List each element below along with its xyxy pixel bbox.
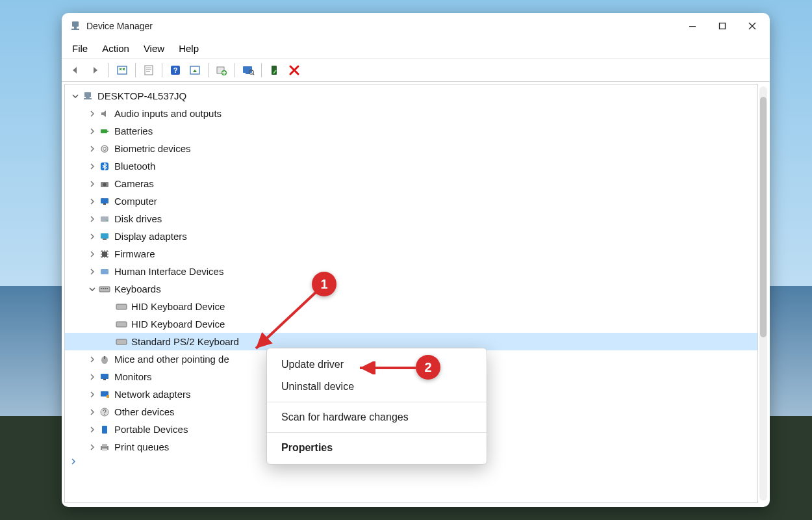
svg-rect-2 [71, 29, 79, 30]
window-title: Device Manager [86, 21, 153, 31]
toolbar-separator [261, 63, 262, 77]
titlebar[interactable]: Device Manager [62, 13, 770, 39]
close-button[interactable] [737, 13, 767, 39]
tree-category-biometric[interactable]: Biometric devices [65, 140, 757, 157]
scrollbar-thumb[interactable] [760, 97, 767, 337]
svg-rect-22 [101, 129, 107, 133]
toolbar-scan-hardware-button[interactable] [239, 62, 257, 79]
menubar: File Action View Help [62, 39, 770, 58]
svg-rect-39 [103, 288, 104, 289]
chevron-right-icon[interactable] [87, 407, 97, 417]
tree-category-firmware[interactable]: Firmware [65, 245, 757, 263]
chevron-right-icon[interactable] [87, 214, 97, 224]
chevron-right-icon[interactable] [87, 354, 97, 365]
context-menu-separator [267, 402, 487, 402]
toolbar-back-button[interactable] [67, 62, 85, 79]
tree-category-display-adapters[interactable]: Display adapters [65, 228, 757, 245]
chevron-right-icon[interactable] [87, 372, 97, 382]
forward-arrow-icon [90, 66, 101, 75]
svg-point-25 [103, 147, 107, 150]
hid-icon [99, 266, 110, 278]
chevron-right-icon[interactable] [87, 179, 97, 189]
svg-rect-41 [107, 288, 108, 289]
tree-category-label: Disk drives [114, 213, 162, 224]
svg-point-24 [101, 146, 108, 152]
chevron-right-icon[interactable] [87, 144, 97, 154]
monitor-icon [99, 196, 110, 207]
chevron-down-icon[interactable] [70, 91, 81, 101]
tree-category-label: Display adapters [114, 231, 187, 242]
menu-view[interactable]: View [137, 41, 171, 56]
svg-rect-20 [86, 97, 90, 98]
svg-rect-30 [103, 203, 106, 205]
device-manager-app-icon [70, 20, 81, 32]
context-menu-properties[interactable]: Properties [267, 437, 487, 459]
chip-icon [99, 248, 110, 260]
tree-device-label: Standard PS/2 Keyboard [131, 336, 239, 347]
toolbar-uninstall-device-button[interactable] [285, 62, 303, 79]
tree-category-label: Network adapters [114, 389, 191, 400]
toolbar-properties-button[interactable] [140, 62, 158, 79]
tree-category-label: Batteries [114, 125, 153, 136]
tree-category-label: Mice and other pointing de [114, 354, 229, 365]
tree-category-audio[interactable]: Audio inputs and outputs [65, 105, 757, 122]
minimize-button[interactable] [678, 13, 707, 39]
svg-rect-29 [101, 198, 108, 203]
svg-rect-55 [102, 444, 107, 447]
show-hidden-icon [116, 65, 128, 75]
tree-category-label: Monitors [114, 371, 152, 382]
chevron-right-icon[interactable] [87, 196, 97, 207]
toolbar: ? [62, 58, 770, 82]
context-menu-update-driver[interactable]: Update driver [267, 354, 487, 376]
svg-rect-33 [101, 233, 108, 239]
tree-category-label: Cameras [114, 178, 154, 189]
unknown-device-icon: ? [99, 406, 110, 418]
chevron-down-icon[interactable] [87, 284, 97, 294]
toolbar-forward-button[interactable] [86, 62, 105, 79]
svg-rect-50 [107, 395, 109, 398]
maximize-button[interactable] [707, 13, 737, 39]
tree-category-computer[interactable]: Computer [65, 192, 757, 210]
menu-action[interactable]: Action [95, 41, 136, 56]
portable-device-icon [99, 424, 110, 436]
vertical-scrollbar[interactable] [759, 86, 767, 500]
svg-text:?: ? [173, 66, 178, 74]
toolbar-show-hidden-button[interactable] [113, 62, 131, 79]
tree-category-disk-drives[interactable]: Disk drives [65, 210, 757, 228]
chevron-right-icon[interactable] [87, 442, 97, 452]
chevron-right-icon[interactable] [87, 389, 97, 400]
svg-rect-8 [146, 70, 151, 70]
tree-device-label: HID Keyboard Device [131, 301, 225, 312]
chevron-right-icon[interactable] [87, 126, 97, 136]
chevron-right-icon[interactable] [87, 266, 97, 277]
svg-rect-38 [101, 288, 102, 289]
disk-icon [99, 213, 110, 225]
tree-category-hid[interactable]: Human Interface Devices [65, 263, 757, 280]
context-menu-scan-hardware[interactable]: Scan for hardware changes [267, 406, 487, 428]
tree-category-batteries[interactable]: Batteries [65, 122, 757, 140]
chevron-right-icon[interactable] [87, 249, 97, 259]
tree-category-keyboards[interactable]: Keyboards [65, 280, 757, 298]
toolbar-update-driver-button[interactable] [212, 62, 231, 79]
chevron-right-icon[interactable] [87, 109, 97, 119]
chevron-right-icon[interactable] [87, 231, 97, 242]
context-menu: Update driver Uninstall device Scan for … [266, 348, 487, 465]
battery-icon [99, 125, 110, 137]
tree-category-label: Biometric devices [114, 143, 191, 154]
toolbar-action-view-button[interactable] [186, 62, 204, 79]
tree-device-hid-keyboard-2[interactable]: HID Keyboard Device [65, 315, 757, 333]
tree-category-label: Print queues [114, 441, 169, 452]
tree-device-hid-keyboard-1[interactable]: HID Keyboard Device [65, 298, 757, 315]
menu-help[interactable]: Help [172, 41, 205, 56]
svg-rect-47 [101, 374, 108, 379]
chevron-right-icon[interactable] [87, 424, 97, 435]
tree-category-bluetooth[interactable]: Bluetooth [65, 157, 757, 175]
svg-rect-34 [103, 239, 107, 240]
tree-category-cameras[interactable]: Cameras [65, 175, 757, 192]
chevron-right-icon[interactable] [87, 161, 97, 172]
toolbar-help-button[interactable]: ? [166, 62, 184, 79]
context-menu-uninstall-device[interactable]: Uninstall device [267, 376, 487, 398]
tree-root-node[interactable]: DESKTOP-4L537JQ [65, 87, 757, 105]
toolbar-enable-device-button[interactable] [266, 62, 284, 79]
menu-file[interactable]: File [66, 41, 94, 56]
